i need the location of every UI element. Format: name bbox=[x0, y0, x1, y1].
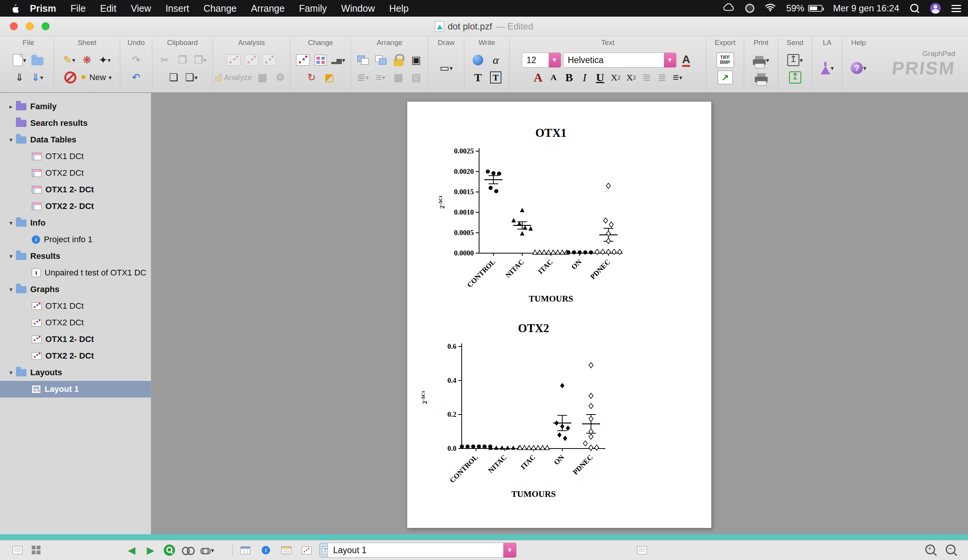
sidebar-item-project-info-1[interactable]: Project info 1 bbox=[0, 231, 151, 248]
sheet-properties-button[interactable]: ❋ bbox=[79, 52, 95, 68]
sidebar-item-results[interactable]: ▾ Results bbox=[0, 248, 151, 264]
spotlight-search-icon[interactable] bbox=[910, 3, 920, 13]
sidebar-item-layouts[interactable]: ▾ Layouts bbox=[0, 364, 151, 381]
disclosure-triangle[interactable]: ▾ bbox=[6, 219, 16, 227]
user-avatar[interactable] bbox=[930, 3, 941, 13]
ungroup-button[interactable]: ▤ bbox=[408, 69, 424, 85]
copy-button[interactable]: ❐ bbox=[175, 52, 191, 68]
sidebar-item-otx2-dct-graph[interactable]: OTX2 DCt bbox=[0, 314, 151, 331]
font-family-select[interactable]: Helvetica ▼ bbox=[563, 53, 676, 68]
frame-object-button[interactable]: ▣ bbox=[408, 52, 424, 68]
chart-otx1[interactable]: OTX10.00000.00050.00100.00150.00200.0025… bbox=[426, 122, 658, 308]
menu-item-window[interactable]: Window bbox=[334, 3, 382, 14]
increase-font-button[interactable]: A bbox=[531, 69, 545, 85]
sheet-select-combo[interactable]: Layout 1 ▼ bbox=[327, 543, 517, 558]
subscript-button[interactable]: X2 bbox=[624, 69, 638, 85]
text-align-button[interactable]: ≡▾ bbox=[671, 69, 685, 85]
menu-item-change[interactable]: Change bbox=[196, 3, 244, 14]
battery-indicator[interactable]: 59% bbox=[786, 3, 822, 13]
interpolate-button[interactable] bbox=[244, 52, 259, 68]
italic-button[interactable]: I bbox=[578, 69, 592, 85]
sidebar-item-otx1-2dct-graph[interactable]: OTX1 2- DCt bbox=[0, 331, 151, 348]
disclosure-triangle[interactable]: ▾ bbox=[6, 253, 16, 260]
analysis-checklist-button[interactable]: ▦ bbox=[254, 69, 270, 85]
rename-sheet-button[interactable]: ✎▾ bbox=[61, 52, 77, 68]
status-app-icon[interactable] bbox=[745, 4, 754, 13]
layout-canvas[interactable]: OTX10.00000.00050.00100.00150.00200.0025… bbox=[152, 93, 968, 534]
bold-button[interactable]: B bbox=[562, 69, 576, 85]
graph-kind-button[interactable]: ▂▅▾ bbox=[330, 52, 346, 68]
menu-item-family[interactable]: Family bbox=[292, 3, 334, 14]
export-graph-button[interactable]: ↗ bbox=[717, 69, 733, 85]
delete-sheet-button[interactable] bbox=[62, 69, 78, 85]
redo-button[interactable]: ↷ bbox=[128, 52, 144, 68]
print-preview-button[interactable] bbox=[753, 69, 769, 85]
export-image-button[interactable]: TIFFBMP bbox=[716, 52, 734, 68]
labarchives-button[interactable]: ▾ bbox=[819, 60, 835, 76]
sidebar-item-unpaired-t-test[interactable]: Unpaired t test of OTX1 DC bbox=[0, 264, 151, 281]
menu-item-insert[interactable]: Insert bbox=[158, 3, 197, 14]
find-button[interactable] bbox=[181, 544, 195, 557]
search-sheets-button[interactable] bbox=[162, 544, 176, 557]
menu-item-prism[interactable]: Prism bbox=[23, 3, 63, 14]
disclosure-triangle[interactable]: ▾ bbox=[6, 369, 16, 377]
menu-item-view[interactable]: View bbox=[124, 3, 158, 14]
send-email-button[interactable]: ↥ bbox=[787, 69, 803, 85]
view-results-button[interactable] bbox=[278, 543, 294, 557]
send-backward-button[interactable] bbox=[373, 52, 389, 68]
sidebar-item-otx1-2dct-table[interactable]: OTX1 2- DCt bbox=[0, 182, 151, 198]
paste-special-button[interactable]: ❏▾ bbox=[183, 69, 199, 85]
underline-button[interactable]: U bbox=[593, 69, 607, 85]
paragraph-button[interactable]: ≣ bbox=[655, 69, 669, 85]
text-tool-button[interactable]: T bbox=[470, 69, 486, 85]
sidebar-item-search-results[interactable]: Search results bbox=[0, 115, 151, 132]
zoom-in-button[interactable]: + bbox=[925, 544, 937, 556]
bring-forward-button[interactable] bbox=[355, 52, 371, 68]
undo-button[interactable]: ↶ bbox=[128, 69, 144, 85]
disclosure-triangle[interactable]: ▸ bbox=[6, 103, 16, 111]
view-info-button[interactable] bbox=[258, 543, 273, 557]
menu-item-help[interactable]: Help bbox=[382, 3, 416, 14]
share-button[interactable]: ↥▾ bbox=[787, 52, 803, 68]
sidebar-item-info[interactable]: ▾ Info bbox=[0, 215, 151, 231]
apple-menu-icon[interactable] bbox=[7, 3, 23, 13]
layout-properties-icon[interactable] bbox=[635, 544, 649, 557]
disclosure-triangle[interactable]: ▾ bbox=[6, 286, 16, 294]
font-size-dropdown-arrow[interactable]: ▼ bbox=[549, 53, 561, 67]
align-button[interactable]: ≣▾ bbox=[355, 69, 371, 85]
sidebar-item-otx2-2dct-table[interactable]: OTX2 2- DCt bbox=[0, 198, 151, 215]
change-format-button[interactable] bbox=[313, 52, 328, 68]
menu-clock[interactable]: Mer 9 gen 16:24 bbox=[833, 3, 899, 13]
open-file-button[interactable] bbox=[30, 52, 45, 68]
paste-button[interactable]: ❏ bbox=[166, 69, 181, 85]
menu-item-edit[interactable]: Edit bbox=[93, 3, 124, 14]
lock-object-button[interactable] bbox=[391, 52, 406, 68]
linked-sheets-button[interactable]: ▾ bbox=[201, 544, 214, 557]
save-button[interactable]: ⇓▾ bbox=[30, 69, 45, 85]
view-data-table-button[interactable] bbox=[238, 543, 253, 557]
font-color-button[interactable]: A bbox=[678, 52, 694, 68]
wifi-icon[interactable] bbox=[765, 3, 776, 14]
text-box-button[interactable]: T bbox=[488, 69, 504, 85]
sidebar-item-otx1-dct-table[interactable]: OTX1 DCt bbox=[0, 148, 151, 165]
cut-button[interactable]: ✂ bbox=[157, 52, 173, 68]
control-center-icon[interactable] bbox=[951, 5, 961, 12]
view-graph-button[interactable] bbox=[299, 543, 314, 557]
zoom-out-button[interactable]: − bbox=[945, 544, 957, 556]
sidebar-item-layout-1[interactable]: Layout 1 bbox=[0, 381, 151, 398]
sidebar-item-data-tables[interactable]: ▾ Data Tables bbox=[0, 132, 151, 148]
wand-button[interactable]: ✦▾ bbox=[97, 52, 113, 68]
sidebar-item-otx2-dct-table[interactable]: OTX2 DCt bbox=[0, 165, 151, 182]
font-family-dropdown-arrow[interactable]: ▼ bbox=[664, 53, 676, 67]
back-button[interactable]: ◀ bbox=[125, 544, 138, 557]
gallery-view-icon[interactable] bbox=[30, 544, 43, 557]
sheet-select-dropdown-arrow[interactable]: ▼ bbox=[503, 543, 516, 557]
close-window-button[interactable] bbox=[10, 22, 18, 30]
line-spacing-button[interactable]: ≣ bbox=[640, 69, 653, 85]
duplicate-button[interactable]: ❐▾ bbox=[192, 52, 208, 68]
analyze-button[interactable]: Analyze bbox=[215, 69, 253, 85]
superscript-button[interactable]: X2 bbox=[609, 69, 622, 85]
rotate-button[interactable]: ↻ bbox=[303, 69, 320, 85]
decrease-font-button[interactable]: A bbox=[547, 69, 560, 85]
draw-shape-button[interactable]: ▭▾ bbox=[438, 60, 454, 76]
